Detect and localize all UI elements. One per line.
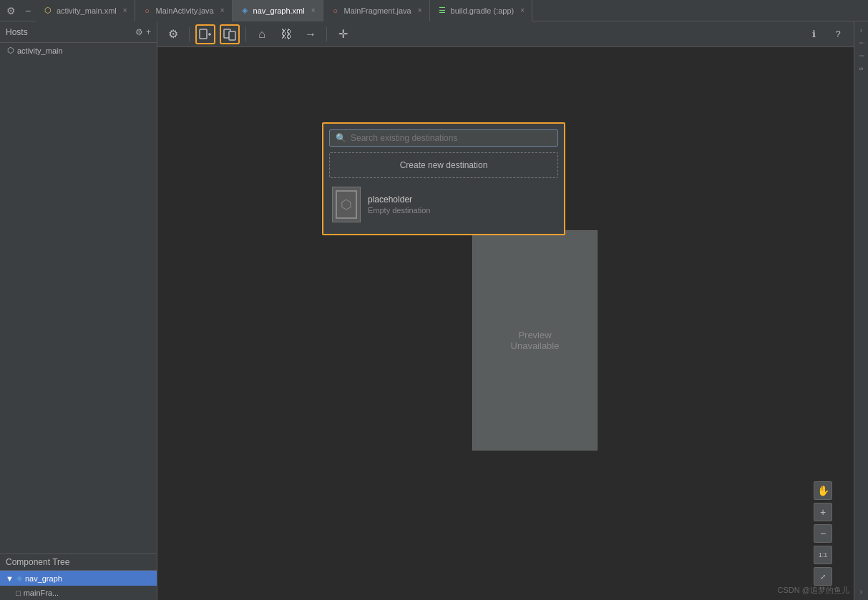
add-destination-button[interactable]: [195, 24, 215, 44]
activity-main-item[interactable]: ⬡ activity_main: [0, 43, 157, 58]
java-file-icon2: ○: [331, 6, 341, 16]
xml-file-icon: ⬡: [43, 6, 53, 16]
tab-activity-main[interactable]: ⬡ activity_main.xml ×: [36, 0, 135, 21]
search-input[interactable]: [351, 133, 552, 143]
placeholder-icon: ⬡: [341, 197, 352, 212]
nav-icon: ◈: [16, 574, 22, 583]
nav-graph-item[interactable]: ▼ ◈ nav_graph: [0, 571, 157, 586]
destination-name: placeholder: [368, 195, 430, 205]
expand-button[interactable]: ✛: [333, 24, 353, 44]
main-fragment-item[interactable]: □ mainFra...: [0, 586, 157, 600]
java-file-icon: ○: [142, 6, 152, 16]
right-panel: › i l s ›: [854, 21, 868, 600]
placeholder-destination-item[interactable]: ⬡ placeholder Empty destination: [323, 181, 564, 228]
main-layout: Hosts ⚙ + ⬡ activity_main Component Tree…: [0, 21, 868, 600]
zoom-ratio-label: 1:1: [814, 546, 832, 564]
add-dest-icon: [199, 28, 212, 41]
separator3: [326, 27, 327, 41]
svg-rect-4: [229, 31, 235, 40]
help-button[interactable]: ?: [828, 24, 848, 44]
tab-close-activity-main[interactable]: ×: [123, 6, 127, 14]
tab-close-build-gradle[interactable]: ×: [520, 6, 525, 14]
zoom-controls: ✋ + − 1:1 ⤢: [814, 481, 832, 586]
tab-close-mainfragment[interactable]: ×: [418, 6, 422, 14]
settings-icon[interactable]: ⚙: [3, 3, 19, 19]
right-panel-bottom[interactable]: ›: [856, 586, 867, 597]
zoom-out-button[interactable]: −: [814, 524, 832, 543]
link-button[interactable]: ⛓: [276, 24, 296, 44]
destination-thumbnail: ⬡: [332, 187, 361, 222]
file-icon: ⬡: [7, 46, 14, 55]
tab-mainfragment[interactable]: ○ MainFragment.java ×: [323, 0, 430, 21]
separator1: [189, 27, 190, 41]
preview-box: Preview Unavailable: [472, 230, 598, 451]
hosts-label: Hosts: [6, 27, 28, 37]
search-box[interactable]: 🔍: [329, 129, 558, 147]
hosts-section: Hosts ⚙ +: [0, 21, 157, 43]
right-panel-chevron[interactable]: ›: [856, 24, 867, 36]
hand-tool-button[interactable]: ✋: [814, 481, 832, 500]
tab-close-mainactivity[interactable]: ×: [220, 6, 225, 14]
hosts-add-icon[interactable]: +: [146, 27, 151, 37]
toolbar: ⚙ ⌂ ⛓ → ✛ ℹ ?: [157, 21, 854, 47]
info-button[interactable]: ℹ: [804, 24, 824, 44]
right-panel-item1: i: [856, 37, 867, 49]
search-icon: 🔍: [336, 133, 346, 143]
destination-dropdown: 🔍 Create new destination ⬡ placeholder E…: [322, 122, 565, 235]
zoom-in-button[interactable]: +: [814, 503, 832, 521]
fit-screen-button[interactable]: ⤢: [814, 567, 832, 586]
gradle-file-icon: ☰: [437, 6, 447, 16]
fragment-icon: □: [16, 589, 21, 597]
gear-button[interactable]: ⚙: [163, 24, 183, 44]
tab-close-nav-graph[interactable]: ×: [311, 6, 316, 14]
create-destination-button[interactable]: Create new destination: [329, 152, 558, 178]
tab-nav-graph[interactable]: ◈ nav_graph.xml ×: [233, 0, 323, 21]
component-tree-section: Component Tree ▼ ◈ nav_graph □ mainFra..…: [0, 554, 157, 600]
expand-icon: ▼: [6, 574, 14, 583]
destination-info: placeholder Empty destination: [368, 195, 430, 215]
separator2: [245, 27, 246, 41]
tab-mainactivity[interactable]: ○ MainActivity.java ×: [135, 0, 233, 21]
right-panel-item3: s: [856, 63, 867, 74]
hosts-gear-icon[interactable]: ⚙: [135, 27, 143, 37]
tab-bar: ⚙ − ⬡ activity_main.xml × ○ MainActivity…: [0, 0, 868, 21]
left-sidebar: Hosts ⚙ + ⬡ activity_main Component Tree…: [0, 21, 157, 600]
hosts-actions: ⚙ +: [135, 27, 151, 37]
new-dest-icon: [223, 28, 236, 41]
arrow-button[interactable]: →: [301, 24, 321, 44]
home-button[interactable]: ⌂: [252, 24, 272, 44]
tab-build-gradle[interactable]: ☰ build.gradle (:app) ×: [430, 0, 533, 21]
nav-node[interactable]: ⌂ mainFragment2 Preview Unavailable: [472, 219, 598, 451]
watermark: CSDN @追梦的鱼儿: [778, 585, 849, 596]
new-dest-button[interactable]: [220, 24, 240, 44]
nav-file-icon: ◈: [240, 6, 250, 16]
destination-description: Empty destination: [368, 206, 430, 215]
middle-panel: ⚙ ⌂ ⛓ → ✛ ℹ ?: [157, 21, 854, 600]
right-panel-item2: l: [856, 50, 867, 62]
minimize-icon[interactable]: −: [20, 3, 36, 19]
component-tree-label: Component Tree: [0, 554, 157, 571]
canvas-area[interactable]: 🔍 Create new destination ⬡ placeholder E…: [157, 47, 854, 600]
svg-rect-0: [200, 29, 207, 39]
